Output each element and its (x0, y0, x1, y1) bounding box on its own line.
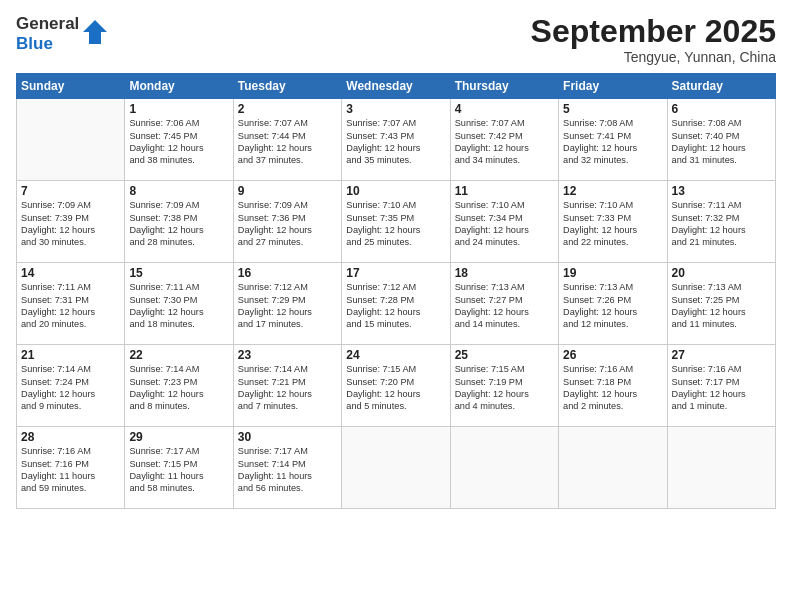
calendar-week-row: 28Sunrise: 7:16 AM Sunset: 7:16 PM Dayli… (17, 427, 776, 509)
calendar-table: SundayMondayTuesdayWednesdayThursdayFrid… (16, 73, 776, 509)
weekday-header: Saturday (667, 74, 775, 99)
header: General Blue September 2025 Tengyue, Yun… (16, 14, 776, 65)
day-info: Sunrise: 7:14 AM Sunset: 7:24 PM Dayligh… (21, 363, 120, 413)
calendar-week-row: 21Sunrise: 7:14 AM Sunset: 7:24 PM Dayli… (17, 345, 776, 427)
day-info: Sunrise: 7:14 AM Sunset: 7:23 PM Dayligh… (129, 363, 228, 413)
calendar-cell: 16Sunrise: 7:12 AM Sunset: 7:29 PM Dayli… (233, 263, 341, 345)
calendar-week-row: 7Sunrise: 7:09 AM Sunset: 7:39 PM Daylig… (17, 181, 776, 263)
day-number: 22 (129, 348, 228, 362)
logo-blue: Blue (16, 34, 53, 53)
calendar-cell: 25Sunrise: 7:15 AM Sunset: 7:19 PM Dayli… (450, 345, 558, 427)
day-number: 25 (455, 348, 554, 362)
day-number: 7 (21, 184, 120, 198)
day-info: Sunrise: 7:06 AM Sunset: 7:45 PM Dayligh… (129, 117, 228, 167)
calendar-cell: 23Sunrise: 7:14 AM Sunset: 7:21 PM Dayli… (233, 345, 341, 427)
weekday-header: Wednesday (342, 74, 450, 99)
logo-general: General (16, 14, 79, 33)
day-info: Sunrise: 7:10 AM Sunset: 7:34 PM Dayligh… (455, 199, 554, 249)
calendar-cell: 14Sunrise: 7:11 AM Sunset: 7:31 PM Dayli… (17, 263, 125, 345)
day-number: 13 (672, 184, 771, 198)
day-number: 1 (129, 102, 228, 116)
day-number: 29 (129, 430, 228, 444)
day-number: 5 (563, 102, 662, 116)
calendar-cell: 4Sunrise: 7:07 AM Sunset: 7:42 PM Daylig… (450, 99, 558, 181)
day-info: Sunrise: 7:07 AM Sunset: 7:42 PM Dayligh… (455, 117, 554, 167)
day-number: 6 (672, 102, 771, 116)
day-info: Sunrise: 7:15 AM Sunset: 7:19 PM Dayligh… (455, 363, 554, 413)
logo-icon (81, 18, 109, 46)
day-info: Sunrise: 7:08 AM Sunset: 7:41 PM Dayligh… (563, 117, 662, 167)
day-info: Sunrise: 7:09 AM Sunset: 7:38 PM Dayligh… (129, 199, 228, 249)
logo: General Blue (16, 14, 109, 53)
calendar-cell: 15Sunrise: 7:11 AM Sunset: 7:30 PM Dayli… (125, 263, 233, 345)
day-number: 15 (129, 266, 228, 280)
day-info: Sunrise: 7:16 AM Sunset: 7:17 PM Dayligh… (672, 363, 771, 413)
day-info: Sunrise: 7:16 AM Sunset: 7:16 PM Dayligh… (21, 445, 120, 495)
calendar-cell: 19Sunrise: 7:13 AM Sunset: 7:26 PM Dayli… (559, 263, 667, 345)
title-area: September 2025 Tengyue, Yunnan, China (531, 14, 776, 65)
day-info: Sunrise: 7:13 AM Sunset: 7:25 PM Dayligh… (672, 281, 771, 331)
calendar-cell: 6Sunrise: 7:08 AM Sunset: 7:40 PM Daylig… (667, 99, 775, 181)
day-number: 24 (346, 348, 445, 362)
day-number: 14 (21, 266, 120, 280)
day-info: Sunrise: 7:14 AM Sunset: 7:21 PM Dayligh… (238, 363, 337, 413)
day-info: Sunrise: 7:16 AM Sunset: 7:18 PM Dayligh… (563, 363, 662, 413)
calendar-cell: 27Sunrise: 7:16 AM Sunset: 7:17 PM Dayli… (667, 345, 775, 427)
location: Tengyue, Yunnan, China (531, 49, 776, 65)
calendar-week-row: 1Sunrise: 7:06 AM Sunset: 7:45 PM Daylig… (17, 99, 776, 181)
day-number: 16 (238, 266, 337, 280)
calendar-cell: 2Sunrise: 7:07 AM Sunset: 7:44 PM Daylig… (233, 99, 341, 181)
month-title: September 2025 (531, 14, 776, 49)
day-info: Sunrise: 7:08 AM Sunset: 7:40 PM Dayligh… (672, 117, 771, 167)
day-info: Sunrise: 7:11 AM Sunset: 7:30 PM Dayligh… (129, 281, 228, 331)
day-number: 4 (455, 102, 554, 116)
calendar-cell: 17Sunrise: 7:12 AM Sunset: 7:28 PM Dayli… (342, 263, 450, 345)
calendar-cell (559, 427, 667, 509)
weekday-header: Sunday (17, 74, 125, 99)
calendar-cell: 30Sunrise: 7:17 AM Sunset: 7:14 PM Dayli… (233, 427, 341, 509)
day-number: 12 (563, 184, 662, 198)
calendar-cell (667, 427, 775, 509)
calendar-cell: 11Sunrise: 7:10 AM Sunset: 7:34 PM Dayli… (450, 181, 558, 263)
day-number: 8 (129, 184, 228, 198)
day-number: 21 (21, 348, 120, 362)
day-info: Sunrise: 7:15 AM Sunset: 7:20 PM Dayligh… (346, 363, 445, 413)
day-number: 11 (455, 184, 554, 198)
day-number: 20 (672, 266, 771, 280)
day-number: 9 (238, 184, 337, 198)
calendar-cell (450, 427, 558, 509)
day-info: Sunrise: 7:13 AM Sunset: 7:27 PM Dayligh… (455, 281, 554, 331)
calendar-cell: 24Sunrise: 7:15 AM Sunset: 7:20 PM Dayli… (342, 345, 450, 427)
day-info: Sunrise: 7:09 AM Sunset: 7:36 PM Dayligh… (238, 199, 337, 249)
calendar-cell: 18Sunrise: 7:13 AM Sunset: 7:27 PM Dayli… (450, 263, 558, 345)
calendar-cell: 26Sunrise: 7:16 AM Sunset: 7:18 PM Dayli… (559, 345, 667, 427)
calendar-page: General Blue September 2025 Tengyue, Yun… (0, 0, 792, 612)
calendar-cell: 10Sunrise: 7:10 AM Sunset: 7:35 PM Dayli… (342, 181, 450, 263)
calendar-cell: 20Sunrise: 7:13 AM Sunset: 7:25 PM Dayli… (667, 263, 775, 345)
calendar-cell: 8Sunrise: 7:09 AM Sunset: 7:38 PM Daylig… (125, 181, 233, 263)
weekday-header-row: SundayMondayTuesdayWednesdayThursdayFrid… (17, 74, 776, 99)
day-number: 10 (346, 184, 445, 198)
calendar-cell: 12Sunrise: 7:10 AM Sunset: 7:33 PM Dayli… (559, 181, 667, 263)
calendar-cell: 29Sunrise: 7:17 AM Sunset: 7:15 PM Dayli… (125, 427, 233, 509)
weekday-header: Friday (559, 74, 667, 99)
calendar-cell: 5Sunrise: 7:08 AM Sunset: 7:41 PM Daylig… (559, 99, 667, 181)
day-info: Sunrise: 7:07 AM Sunset: 7:43 PM Dayligh… (346, 117, 445, 167)
day-info: Sunrise: 7:09 AM Sunset: 7:39 PM Dayligh… (21, 199, 120, 249)
svg-marker-0 (83, 20, 107, 44)
day-info: Sunrise: 7:10 AM Sunset: 7:35 PM Dayligh… (346, 199, 445, 249)
calendar-cell: 28Sunrise: 7:16 AM Sunset: 7:16 PM Dayli… (17, 427, 125, 509)
calendar-cell: 7Sunrise: 7:09 AM Sunset: 7:39 PM Daylig… (17, 181, 125, 263)
day-number: 2 (238, 102, 337, 116)
calendar-cell (17, 99, 125, 181)
calendar-cell: 21Sunrise: 7:14 AM Sunset: 7:24 PM Dayli… (17, 345, 125, 427)
day-info: Sunrise: 7:11 AM Sunset: 7:31 PM Dayligh… (21, 281, 120, 331)
weekday-header: Tuesday (233, 74, 341, 99)
calendar-cell (342, 427, 450, 509)
day-info: Sunrise: 7:07 AM Sunset: 7:44 PM Dayligh… (238, 117, 337, 167)
calendar-cell: 22Sunrise: 7:14 AM Sunset: 7:23 PM Dayli… (125, 345, 233, 427)
weekday-header: Thursday (450, 74, 558, 99)
day-number: 26 (563, 348, 662, 362)
calendar-cell: 1Sunrise: 7:06 AM Sunset: 7:45 PM Daylig… (125, 99, 233, 181)
calendar-week-row: 14Sunrise: 7:11 AM Sunset: 7:31 PM Dayli… (17, 263, 776, 345)
